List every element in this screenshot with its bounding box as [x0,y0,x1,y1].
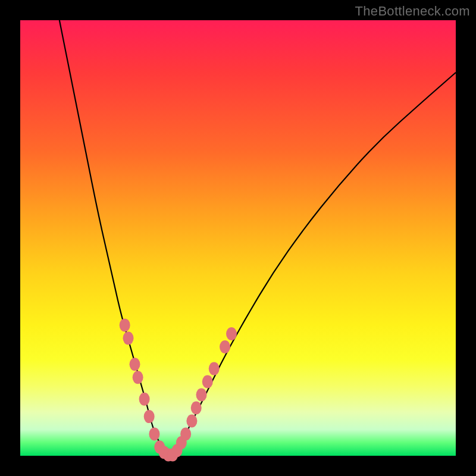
left-curve [60,20,168,456]
curve-marker [130,358,140,371]
right-curve [168,73,456,456]
chart-frame: TheBottleneck.com [0,0,476,476]
plot-area [20,20,456,456]
curve-marker [202,375,213,389]
curve-marker [226,327,237,340]
curve-marker [191,401,202,414]
curve-marker [209,362,220,375]
curve-marker [180,427,191,440]
curve-marker [123,331,134,345]
curve-marker [144,410,155,423]
marker-group [120,318,237,461]
curve-marker [220,340,230,353]
curve-marker [149,427,159,440]
chart-svg [20,20,456,456]
curve-marker [186,414,197,427]
watermark-text: TheBottleneck.com [355,4,470,19]
curve-marker [139,393,150,406]
curve-marker [133,371,143,384]
curve-marker [196,389,207,402]
curve-marker [120,318,130,331]
